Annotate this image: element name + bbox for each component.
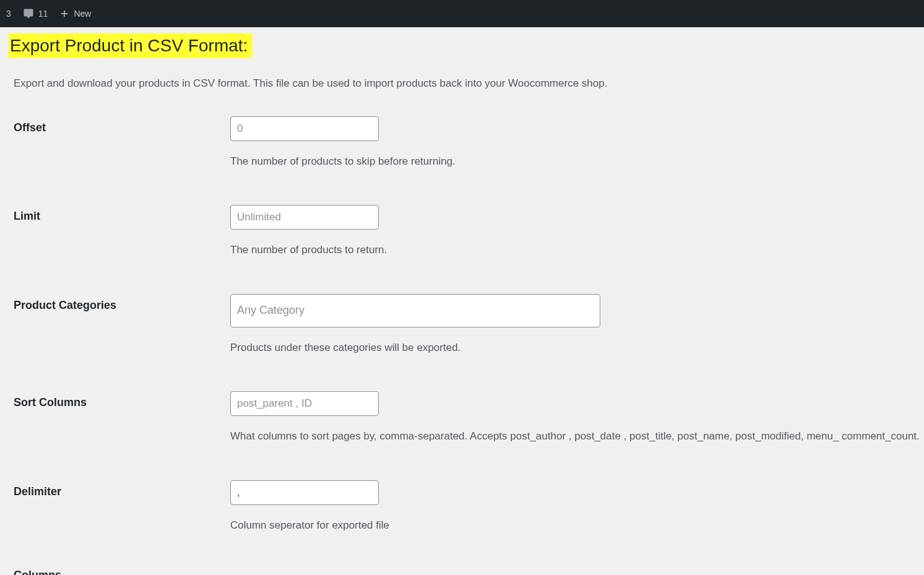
comments-count: 11 [38, 9, 48, 19]
categories-input[interactable] [230, 294, 600, 327]
limit-field: The number of products to return. [230, 205, 924, 258]
plus-icon [59, 8, 70, 19]
offset-label: Offset [14, 116, 230, 134]
new-item[interactable]: New [59, 8, 91, 19]
offset-input[interactable] [230, 116, 379, 141]
categories-field: Products under these categories will be … [230, 294, 924, 356]
sort-row: Sort Columns What columns to sort pages … [0, 391, 924, 444]
new-label: New [74, 9, 91, 19]
delimiter-label: Delimiter [14, 480, 230, 498]
categories-help: Products under these categories will be … [230, 340, 924, 356]
categories-row: Product Categories Products under these … [0, 294, 924, 356]
content-area: Export Product in CSV Format: Export and… [0, 27, 924, 575]
limit-help: The number of products to return. [230, 242, 924, 258]
delimiter-input[interactable] [230, 480, 379, 505]
comments-item[interactable]: 11 [22, 8, 48, 19]
delimiter-help: Column seperator for exported file [230, 517, 924, 534]
sort-field: What columns to sort pages by, comma-sep… [230, 391, 924, 444]
offset-field: The number of products to skip before re… [230, 116, 924, 170]
page-description: Export and download your products in CSV… [14, 76, 924, 92]
limit-row: Limit The number of products to return. [0, 205, 924, 258]
admin-bar: 3 11 New [0, 0, 924, 27]
categories-label: Product Categories [14, 294, 230, 312]
comment-icon [22, 8, 35, 19]
offset-row: Offset The number of products to skip be… [0, 116, 924, 170]
delimiter-field: Column seperator for exported file [230, 480, 924, 534]
limit-label: Limit [14, 205, 230, 223]
limit-input[interactable] [230, 205, 379, 230]
columns-label: Columns [0, 569, 924, 575]
sort-label: Sort Columns [14, 391, 230, 409]
offset-help: The number of products to skip before re… [230, 153, 924, 170]
sort-input[interactable] [230, 391, 379, 416]
updates-count: 3 [6, 9, 11, 19]
form-table: Offset The number of products to skip be… [0, 116, 924, 534]
page-title: Export Product in CSV Format: [9, 33, 253, 58]
sort-help: What columns to sort pages by, comma-sep… [230, 428, 924, 444]
updates-item[interactable]: 3 [6, 9, 11, 19]
delimiter-row: Delimiter Column seperator for exported … [0, 480, 924, 534]
